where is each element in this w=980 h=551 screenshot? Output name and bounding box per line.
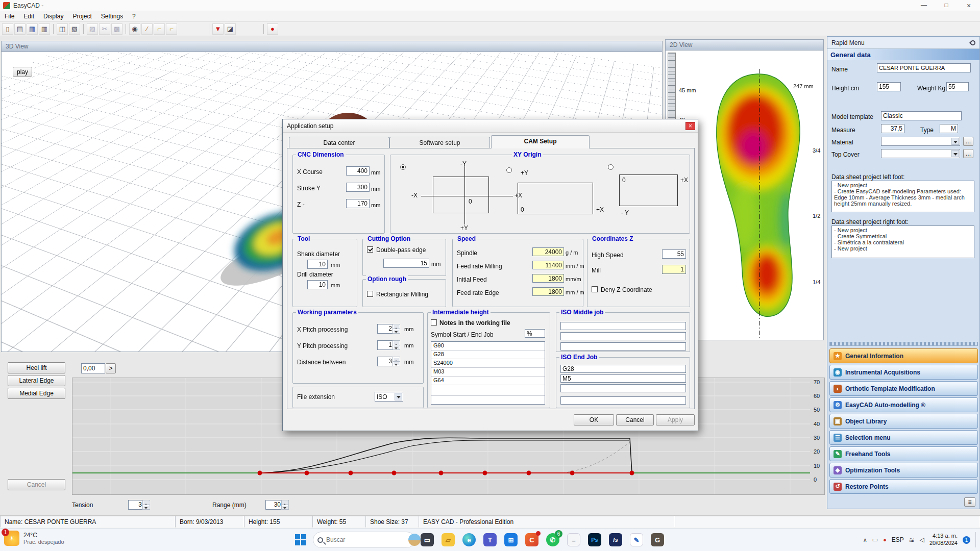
taskbar-app-store[interactable]: ⊞: [502, 531, 520, 548]
menu-display[interactable]: Display: [39, 12, 68, 21]
minimize-button[interactable]: —: [913, 2, 935, 10]
menu-project[interactable]: Project: [68, 12, 96, 21]
sidebar-item-freehand-tools[interactable]: ✎ Freehand Tools: [829, 446, 978, 461]
sidebar-item-easycad-auto-modelling[interactable]: ⚙ EasyCAD Auto-modelling ®: [829, 397, 978, 412]
taskbar-app-c[interactable]: C: [523, 531, 541, 548]
cancel-edit-button[interactable]: Cancel: [8, 479, 65, 490]
tray-status-dot-icon[interactable]: ●: [883, 537, 887, 543]
step-down-icon[interactable]: [393, 362, 400, 366]
step-up-icon[interactable]: [393, 341, 400, 345]
offset-field[interactable]: [81, 363, 105, 373]
taskbar-app-gimp[interactable]: G: [649, 531, 666, 548]
deny-z-checkbox[interactable]: [592, 286, 598, 292]
sidebar-item-general-information[interactable]: ★ General Information: [829, 348, 978, 363]
measure-field[interactable]: [881, 124, 904, 133]
volume-icon[interactable]: ◁: [920, 536, 924, 543]
key2-icon[interactable]: ⌐: [166, 23, 177, 35]
iso-end-line-2[interactable]: [560, 374, 686, 383]
taskbar-weather[interactable]: ☀ 1 24°C Prac. despejado: [4, 531, 64, 546]
iso-middle-line-2[interactable]: [560, 332, 686, 340]
chevron-down-icon[interactable]: [951, 138, 959, 145]
tray-chevron-icon[interactable]: ∧: [863, 537, 867, 543]
record-icon[interactable]: ●: [267, 23, 278, 35]
step-down-icon[interactable]: [393, 329, 400, 334]
show-desktop-button[interactable]: [975, 532, 977, 547]
key-icon[interactable]: ⌐: [154, 23, 165, 35]
start-job-list[interactable]: G90 G28 S24000 M03 G64: [431, 341, 545, 405]
sidebar-item-orthotic-template-modification[interactable]: ◗ Orthotic Template Modification: [829, 381, 978, 396]
file-extension-dropdown[interactable]: ISO: [375, 392, 403, 402]
chevron-down-icon[interactable]: [951, 150, 959, 157]
material-browse-button[interactable]: ...: [963, 137, 973, 146]
top-cover-browse-button[interactable]: ...: [963, 149, 973, 158]
drill-diameter-field[interactable]: [307, 280, 328, 289]
origin-option-2-radio[interactable]: [506, 167, 512, 173]
taskbar-app-fs[interactable]: fs: [607, 531, 624, 548]
type-field[interactable]: [940, 124, 958, 133]
preview-icon[interactable]: ◫: [57, 23, 68, 35]
double-pass-checkbox[interactable]: [367, 246, 373, 253]
taskbar-search[interactable]: [313, 532, 415, 548]
step-up-icon[interactable]: [143, 500, 150, 505]
taskbar-app-teams[interactable]: T: [481, 531, 499, 548]
tension-stepper[interactable]: 3: [128, 500, 150, 510]
material-dropdown[interactable]: [881, 137, 960, 146]
iso-end-line-4[interactable]: [560, 396, 686, 405]
mill-field[interactable]: [662, 265, 686, 274]
step-down-icon[interactable]: [143, 505, 150, 510]
menu-edit[interactable]: Edit: [19, 12, 39, 21]
search-input[interactable]: [326, 536, 405, 543]
x-course-field[interactable]: [346, 166, 370, 176]
range-stepper[interactable]: 30: [265, 500, 289, 510]
distance-stepper[interactable]: 3: [377, 357, 400, 366]
medial-edge-button[interactable]: Medial Edge: [8, 388, 65, 399]
x-pitch-stepper[interactable]: 2: [377, 324, 400, 334]
clock[interactable]: 4:13 a. m. 20/08/2024: [929, 533, 958, 547]
name-field[interactable]: [877, 63, 971, 72]
step-up-icon[interactable]: [393, 357, 400, 362]
sidebar-item-restore-points[interactable]: ↺ Restore Points: [829, 479, 978, 494]
measure-icon[interactable]: ◉: [129, 23, 140, 35]
origin-option-1-radio[interactable]: [400, 164, 406, 170]
filter2-icon[interactable]: ◪: [225, 23, 236, 35]
ok-button[interactable]: OK: [574, 414, 614, 425]
spindle-field[interactable]: [532, 247, 564, 256]
feed-edge-field[interactable]: [532, 287, 564, 296]
maximize-button[interactable]: □: [935, 2, 958, 10]
feed-milling-field[interactable]: [532, 261, 564, 269]
panel-splitter[interactable]: [829, 342, 978, 346]
y-pitch-stepper[interactable]: 1: [377, 340, 400, 350]
notification-badge[interactable]: 1: [963, 536, 970, 544]
edge-width-field[interactable]: [383, 259, 429, 268]
symbol-field[interactable]: [525, 329, 545, 338]
high-speed-field[interactable]: [662, 249, 686, 259]
apply-button[interactable]: Apply: [656, 414, 695, 425]
weight-field[interactable]: [946, 82, 969, 91]
tray-monitor-icon[interactable]: ▭: [872, 536, 878, 543]
page-setup-icon[interactable]: ▧: [69, 23, 80, 35]
lateral-edge-button[interactable]: Lateral Edge: [8, 375, 65, 386]
iso-end-line-1[interactable]: [560, 365, 686, 373]
step-down-icon[interactable]: [282, 505, 288, 510]
pen-icon[interactable]: ∕: [141, 23, 153, 35]
tab-data-center[interactable]: Data center: [289, 137, 389, 148]
taskbar-app-monitor[interactable]: ▭: [419, 531, 436, 548]
cancel-button[interactable]: Cancel: [616, 414, 654, 425]
taskbar-app-explorer[interactable]: ▱: [439, 531, 457, 548]
save-icon[interactable]: ▦: [27, 23, 38, 35]
taskbar-app-pentool[interactable]: ✎: [628, 531, 645, 548]
taskbar-app-whatsapp[interactable]: ✆6: [544, 531, 561, 548]
top-cover-dropdown[interactable]: [881, 149, 960, 158]
play-button[interactable]: play: [13, 67, 32, 77]
sidebar-item-instrumental-acquisitions[interactable]: ◉ Instrumental Acquisitions: [829, 365, 978, 380]
right-foot-datasheet-box[interactable]: - New project - Create Symmetrical - Sim…: [831, 226, 974, 258]
menu-settings[interactable]: Settings: [96, 12, 128, 21]
start-button[interactable]: [292, 531, 309, 548]
sidebar-item-optimization-tools[interactable]: ◆ Optimization Tools: [829, 463, 978, 478]
taskbar-app-notepad[interactable]: ≡: [565, 531, 582, 548]
dialog-title-bar[interactable]: Application setup ×: [283, 119, 698, 133]
tab-cam-setup[interactable]: CAM Setup: [491, 135, 590, 148]
initial-feed-field[interactable]: [532, 274, 564, 283]
z-field[interactable]: [346, 199, 370, 208]
language-indicator[interactable]: ESP: [892, 536, 904, 543]
